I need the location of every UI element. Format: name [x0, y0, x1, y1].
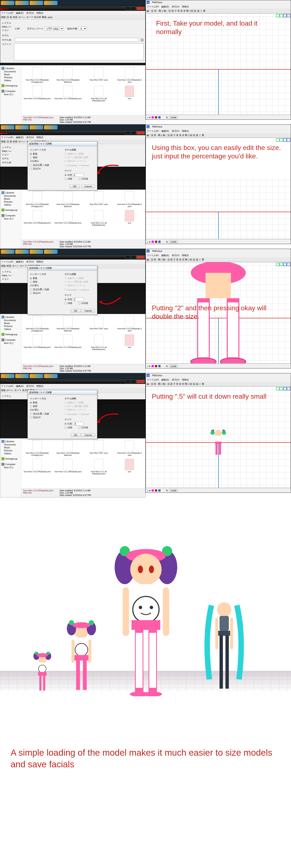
sidebar-videos[interactable]: Videos — [1, 328, 20, 331]
tab-info[interactable]: 情報 — [1, 16, 6, 19]
file-item[interactable]: Tone Rion V.3.0 (Pikadude) Bald.pmx — [54, 316, 82, 332]
opt-any[interactable]: 任意 — [65, 298, 95, 301]
menu-view[interactable]: 表示(V) — [26, 136, 34, 139]
menu-view[interactable]: 表示(V) — [26, 260, 34, 263]
sidebar-computer[interactable]: Computer — [1, 90, 20, 93]
file-item[interactable]: toot — [116, 459, 144, 475]
sidebar-videos[interactable]: Videos — [1, 203, 20, 206]
tab[interactable]: 材質 — [6, 265, 11, 268]
file-item[interactable]: Tone Rion V.3.0 (Pikadude) (Vintage).pmx — [23, 440, 52, 456]
file-item[interactable]: Tone Rion V.3.0 (Pikadude) (Vintage).pmx — [23, 191, 52, 208]
sidebar-homegroup[interactable]: Homegroup — [1, 208, 20, 212]
sidebar-homegroup[interactable]: Homegroup — [1, 333, 20, 336]
file-item[interactable]: Tone Rion V.3.0 (Pikadude).pmx — [23, 334, 52, 350]
file-item[interactable]: Tone Rion V.3.0 (Pikadude).pmx — [23, 459, 52, 475]
toolbar-btn[interactable]: 動 : — [164, 9, 167, 12]
tab-face[interactable]: 面 — [10, 16, 12, 19]
menu-view[interactable]: 表示(V) — [26, 11, 34, 14]
menu-info[interactable]: 情報(I) — [36, 11, 43, 14]
file-item[interactable]: Tone Rion V.3.0 (Pikadude) Bald.pmx — [54, 67, 82, 83]
window-close[interactable] — [136, 255, 145, 259]
opt-new[interactable]: 新規 — [30, 401, 60, 404]
file-item[interactable]: Tone Rion TEST .pmx — [85, 440, 113, 456]
opt-vertex-line[interactable]: 頂点位置／法線 — [30, 163, 60, 167]
tab-info[interactable]: 情報 — [1, 140, 6, 143]
handle-icon[interactable] — [276, 263, 279, 266]
handle-icon[interactable] — [276, 387, 279, 391]
menu-view[interactable]: 表示(V) — [172, 5, 180, 8]
sidebar-music[interactable]: Music — [1, 322, 20, 324]
menu-info[interactable]: 情報(I) — [182, 129, 189, 133]
sidebar-documents[interactable]: Documents — [1, 194, 20, 197]
tab[interactable]: 情報 — [1, 265, 6, 268]
sidebar-pictures[interactable]: Pictures — [1, 200, 20, 203]
file-item[interactable]: Tone Rion V.3.0 (Pikadude).pmx — [23, 210, 52, 226]
file-item[interactable]: Tone Rion V.3.0 (Pikadude) Bald.pmx — [54, 191, 82, 208]
sidebar-drive[interactable]: Acer (C:) — [1, 93, 20, 96]
file-item[interactable]: Tone Rion V.3.0 (Pikadude) Z .pmx — [116, 67, 144, 83]
tab-joint[interactable]: Joint — [47, 16, 52, 19]
tab[interactable]: 材質 — [13, 140, 18, 143]
comment-input[interactable] — [14, 43, 143, 60]
file-item[interactable]: Tone Rion V.3.1 (Pikadude).pmx — [54, 210, 82, 226]
opt-vertex-uv[interactable]: 頂点UV — [30, 167, 60, 170]
sidebar-videos[interactable]: Videos — [1, 79, 20, 82]
file-item[interactable]: Tone Rion V.3.0 (Pikadude) Z .pmx — [116, 316, 144, 332]
menu-view[interactable]: 表示(V) — [172, 254, 180, 257]
tab-bone[interactable]: ボーン — [19, 16, 25, 19]
window-close[interactable] — [136, 131, 145, 134]
toolbar-btn[interactable]: J — [162, 10, 163, 12]
window-minimize[interactable] — [125, 255, 130, 259]
tab-vertex[interactable]: 頂 — [6, 16, 9, 19]
sidebar-documents[interactable]: Documents — [1, 319, 20, 322]
handle-icon[interactable] — [287, 263, 290, 266]
handle-zoom-icon[interactable] — [283, 14, 287, 17]
libraries-header[interactable]: Libraries — [1, 191, 20, 194]
sidebar-documents[interactable]: Documents — [1, 70, 20, 73]
menu-edit[interactable]: 編集(E) — [16, 136, 24, 139]
menu-view[interactable]: 表示(V) — [26, 384, 34, 388]
menu-file[interactable]: ファイル(F) — [147, 254, 159, 257]
sidebar-drive[interactable]: Acer (C:) — [1, 217, 20, 220]
opt-add[interactable]: 追加 — [30, 156, 60, 159]
handle-icon[interactable] — [280, 387, 283, 391]
file-item[interactable]: Tone Rion V.3.0 (Pikadude) Bald.pmx — [54, 440, 82, 456]
window-close[interactable] — [136, 380, 145, 383]
window-maximize[interactable] — [131, 255, 136, 259]
ok-button[interactable]: OK — [70, 185, 79, 188]
sidebar-music[interactable]: Music — [1, 197, 20, 200]
size-input[interactable] — [73, 422, 84, 426]
tab[interactable]: ボーン — [12, 265, 19, 268]
footer-mode[interactable]: mode — [169, 489, 178, 492]
opt-vertex-uv[interactable]: 頂点UV — [30, 416, 60, 419]
file-item[interactable]: Tone Rion V.3.1 (Pikadude).pmx — [54, 334, 82, 350]
handle-icon[interactable] — [283, 138, 287, 142]
menu-edit[interactable]: 編集(E) — [16, 384, 24, 388]
menu-edit[interactable]: 編集(E) — [161, 5, 169, 8]
opt-vertex-line[interactable]: 頂点位置／法線 — [30, 412, 60, 415]
menu-edit[interactable]: 編集(E) — [16, 11, 24, 14]
window-maximize[interactable] — [131, 131, 136, 134]
cancel-button[interactable]: Cancel — [82, 185, 95, 188]
file-item[interactable]: Tone Rion V.3.1 (Pikadude).pmx — [54, 459, 82, 475]
file-item[interactable]: Tone Rion V.3.1 (Pikadude).pmx — [54, 86, 82, 102]
file-item[interactable]: Tone Rion V.3.0 (Pikadude) Z .pmx — [116, 191, 144, 208]
handle-icon[interactable] — [280, 263, 283, 266]
sidebar-documents[interactable]: Documents — [1, 443, 20, 446]
file-item[interactable]: Tone Rion V.3.1 alt (Pikadude).pmx — [85, 334, 113, 350]
handle-pan-icon[interactable] — [280, 14, 283, 17]
handle-icon[interactable] — [280, 138, 283, 142]
menu-file[interactable]: ファイル(F) — [147, 5, 159, 8]
opt-vertex-line[interactable]: 頂点位置／法線 — [30, 288, 60, 291]
menu-info[interactable]: 情報(I) — [182, 378, 189, 381]
toolbar-btn[interactable]: 骨 — [154, 9, 157, 12]
libraries-header[interactable]: Libraries — [1, 315, 20, 319]
name-jp-toggle[interactable]: 日 — [141, 38, 143, 42]
footer-item[interactable]: □ ● — [147, 116, 150, 119]
viewport[interactable] — [146, 386, 291, 488]
sidebar-pictures[interactable]: Pictures — [1, 76, 20, 79]
opt-10[interactable] — [65, 178, 67, 180]
menu-edit[interactable]: 編集(E) — [161, 254, 169, 257]
file-item[interactable]: Tone Rion TEST .pmx — [85, 316, 113, 332]
tab[interactable]: 面 — [10, 140, 12, 143]
